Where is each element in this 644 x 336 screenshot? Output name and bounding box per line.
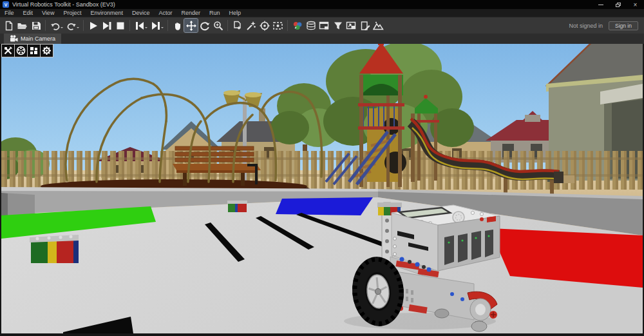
window-note-button[interactable] [317, 19, 331, 32]
play-icon [88, 21, 99, 31]
title-bar: V Virtual Robotics Toolkit - Sandbox (EV… [0, 0, 644, 9]
redo-button[interactable] [64, 19, 78, 32]
rotate-tool-button[interactable] [198, 19, 211, 32]
edit-page-button[interactable] [358, 19, 372, 32]
minimize-button[interactable] [592, 0, 609, 9]
toolbar-separator [167, 20, 168, 31]
zoom-tool-button[interactable] [211, 19, 225, 32]
quad-view-icon [29, 46, 39, 55]
toolbar-separator [83, 20, 84, 31]
step-forward-icon [102, 21, 112, 31]
menu-bar: File Edit View Project Environment Devic… [0, 9, 644, 17]
zoom-tool-icon [213, 21, 223, 31]
video-camera-icon [10, 35, 18, 43]
restore-button[interactable] [609, 0, 627, 9]
window-note-icon [319, 21, 330, 31]
keyframe-camera-button[interactable] [271, 19, 285, 32]
menu-environment[interactable]: Environment [86, 9, 128, 17]
color-block-small [227, 201, 247, 212]
import-model-button[interactable] [231, 19, 244, 32]
undo-button[interactable] [48, 19, 62, 32]
tab-main-camera-label: Main Camera [21, 35, 55, 42]
target-icon [260, 21, 270, 31]
wand-settings-icon [246, 21, 256, 31]
jump-to-end-icon [151, 21, 161, 31]
filter-funnel-icon [333, 21, 343, 31]
new-file-icon [4, 21, 14, 31]
camera-settings-button[interactable] [40, 44, 53, 57]
menu-device[interactable]: Device [128, 9, 155, 17]
toolbar-separator [129, 20, 130, 31]
menu-help[interactable]: Help [225, 9, 246, 17]
jump-to-end-button[interactable] [149, 19, 162, 32]
3d-viewport[interactable] [1, 44, 643, 333]
signin-button[interactable]: Sign in [609, 21, 638, 30]
palette-icon [292, 21, 303, 31]
target-button[interactable] [258, 19, 271, 32]
menu-file[interactable]: File [0, 9, 19, 17]
window-export-icon [346, 21, 357, 31]
close-button[interactable]: × [627, 0, 644, 9]
jump-to-start-button[interactable] [133, 19, 146, 32]
save-button[interactable] [29, 19, 43, 32]
camera-toolbar [1, 44, 53, 57]
toolbar-separator [287, 20, 288, 31]
save-icon [31, 21, 41, 31]
new-file-button[interactable] [2, 19, 15, 32]
layer-stack-icon [306, 21, 316, 31]
move-tool-button[interactable] [184, 19, 198, 32]
redo-icon [66, 21, 77, 31]
keyframe-camera-icon [272, 21, 283, 31]
app-window: V Virtual Robotics Toolkit - Sandbox (EV… [0, 0, 644, 336]
stop-button[interactable] [113, 19, 127, 32]
toolbar-separator [45, 20, 46, 31]
window-export-button[interactable] [345, 19, 358, 32]
tab-main-camera[interactable]: Main Camera [4, 34, 61, 44]
open-folder-icon [17, 21, 28, 31]
redo-dropdown-caret[interactable] [77, 27, 79, 30]
edit-page-icon [360, 21, 370, 31]
import-model-icon [232, 21, 243, 31]
move-tool-icon [186, 21, 196, 31]
pan-hand-button[interactable] [171, 19, 184, 32]
menu-view[interactable]: View [37, 9, 59, 17]
signin-area: Not signed in Sign in [569, 21, 642, 30]
restore-icon [616, 3, 621, 7]
main-toolbar: Not signed in Sign in [0, 17, 644, 34]
undo-dropdown-caret[interactable] [61, 27, 63, 30]
menu-actor[interactable]: Actor [154, 9, 176, 17]
signin-status: Not signed in [569, 23, 603, 29]
step-forward-button[interactable] [100, 19, 113, 32]
quad-view-button[interactable] [27, 44, 41, 57]
menu-run[interactable]: Run [205, 9, 225, 17]
wand-settings-button[interactable] [244, 19, 258, 32]
color-block-large [30, 235, 79, 263]
jump-end-dropdown-caret[interactable] [161, 27, 164, 30]
tab-strip: Main Camera [0, 34, 644, 44]
open-folder-button[interactable] [15, 19, 29, 32]
toolbar-separator [227, 20, 228, 31]
camera-tools-button[interactable] [1, 44, 15, 57]
palette-button[interactable] [290, 19, 304, 32]
tools-icon [3, 46, 13, 55]
layer-stack-button[interactable] [304, 19, 317, 32]
terrain-button[interactable] [372, 19, 385, 32]
gear-icon [42, 46, 52, 55]
menu-project[interactable]: Project [59, 9, 86, 17]
stop-icon [115, 21, 126, 31]
menu-edit[interactable]: Edit [19, 9, 38, 17]
close-icon: × [634, 1, 638, 8]
window-frame-bottom [0, 333, 644, 336]
blue-patch [276, 197, 373, 215]
menu-render[interactable]: Render [176, 9, 205, 17]
filter-funnel-button[interactable] [331, 19, 345, 32]
jump-to-start-icon [135, 21, 145, 31]
window-title: Virtual Robotics Toolkit - Sandbox (EV3) [12, 1, 115, 8]
viewport [1, 44, 643, 333]
jump-start-dropdown-caret[interactable] [145, 27, 147, 30]
app-logo-icon: V [3, 1, 9, 8]
camera-reel-button[interactable] [14, 44, 28, 57]
play-button[interactable] [86, 19, 100, 32]
terrain-icon [373, 21, 384, 31]
minimize-icon [598, 5, 603, 5]
